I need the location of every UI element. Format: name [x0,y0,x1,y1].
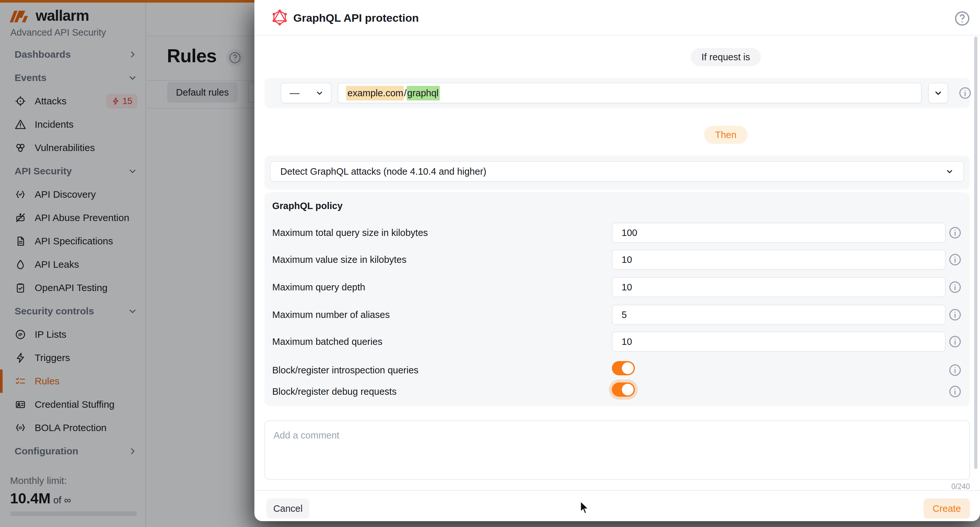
action-row: Detect GraphQL attacks (node 4.10.4 and … [264,156,970,189]
uri-input[interactable]: example.com/graphql [338,83,922,103]
policy-field-input[interactable] [612,223,946,243]
modal-help-icon[interactable] [954,10,970,27]
then-pill: Then [704,126,747,144]
chevron-down-icon [934,89,943,97]
toggle-knob [622,362,633,374]
policy-toggle-block-register-introspection-queries: Block/register introspection queries [264,358,970,378]
modal-header: GraphQL API protection [255,0,980,36]
action-select-value: Detect GraphQL attacks (node 4.10.4 and … [280,166,487,177]
toggle-switch[interactable] [612,382,635,397]
mouse-cursor [579,501,592,515]
policy-field-maximum-query-depth: Maximum query depth [264,277,970,297]
chevron-down-icon [315,89,324,97]
policy-toggle-block-register-debug-requests: Block/register debug requests [264,379,970,400]
condition-operator-select[interactable]: — [281,83,331,103]
policy-field-label: Maximum total query size in kilobytes [272,228,428,238]
policy-field-label: Maximum query depth [272,282,365,293]
create-button[interactable]: Create [924,498,970,519]
footer-divider [255,490,980,491]
condition-expand-button[interactable] [928,83,948,103]
info-icon[interactable] [948,280,962,294]
policy-field-input[interactable] [612,305,946,325]
info-icon[interactable] [948,385,962,398]
condition-row: — example.com/graphql [264,78,970,108]
policy-field-input[interactable] [612,250,946,270]
policy-field-maximum-number-of-aliases: Maximum number of aliases [264,305,970,325]
policy-field-input[interactable] [612,331,946,352]
info-icon[interactable] [948,363,962,377]
graphql-icon [271,9,288,26]
uri-separator: / [404,88,406,99]
if-request-is-pill: If request is [690,48,761,66]
policy-field-label: Maximum value size in kilobytes [272,255,406,265]
info-icon[interactable] [948,253,962,266]
policy-field-maximum-value-size-in-kilobytes: Maximum value size in kilobytes [264,250,970,270]
policy-field-label: Maximum number of aliases [272,309,390,320]
modal-scrollbar[interactable] [974,37,977,469]
info-icon[interactable] [948,308,962,322]
comment-textarea[interactable] [264,420,970,480]
info-icon[interactable] [958,86,972,100]
graphql-protection-modal: GraphQL API protection If request is — e… [255,0,980,521]
uri-path-token: graphql [407,86,440,100]
policy-toggle-label: Block/register introspection queries [272,365,418,376]
info-icon[interactable] [948,226,962,239]
info-icon[interactable] [948,335,962,349]
chevron-down-icon [945,167,954,176]
policy-toggle-label: Block/register debug requests [272,386,397,397]
char-counter: 0/240 [951,482,970,491]
uri-host-token: example.com [346,86,404,100]
policy-field-maximum-batched-queries: Maximum batched queries [264,331,970,352]
policy-field-input[interactable] [612,277,946,297]
toggle-knob [622,384,633,395]
policy-field-label: Maximum batched queries [272,336,382,347]
app-root: wallarm Advanced API Security Dashboards… [0,0,980,527]
toggle-switch[interactable] [612,361,635,375]
policy-heading: GraphQL policy [272,201,342,211]
action-select[interactable]: Detect GraphQL attacks (node 4.10.4 and … [270,161,964,182]
condition-operator-value: — [290,88,299,99]
graphql-policy-card: GraphQL policy Maximum total query size … [264,192,970,406]
cancel-button[interactable]: Cancel [266,498,310,519]
modal-title: GraphQL API protection [293,12,419,24]
policy-field-maximum-total-query-size-in-kilobytes: Maximum total query size in kilobytes [264,223,970,243]
